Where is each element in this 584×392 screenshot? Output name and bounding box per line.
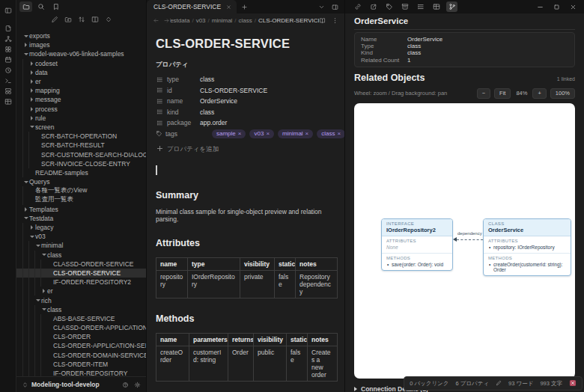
help-icon[interactable] xyxy=(122,382,129,388)
property-value[interactable]: OrderService xyxy=(200,97,237,105)
history-icon[interactable] xyxy=(4,66,12,75)
zoom-reset-button[interactable]: 100% xyxy=(550,88,575,99)
zoom-in-button[interactable]: + xyxy=(532,88,546,99)
tree-item-er[interactable]: er xyxy=(16,287,146,295)
table-icon[interactable] xyxy=(4,97,12,106)
tree-item-screen[interactable]: screen xyxy=(16,123,146,132)
tag-pill[interactable]: sample× xyxy=(212,129,246,138)
tree-item-SCR-INVOICE-CLOSE-ENTRY[interactable]: SCR-INVOICE-CLOSE-ENTRY xyxy=(16,159,146,168)
inspector-tab-list[interactable] xyxy=(415,1,426,12)
tree-item-rich[interactable]: rich xyxy=(16,295,146,304)
chevron-down-icon[interactable] xyxy=(318,4,325,10)
breadcrumb-segment[interactable]: CLS-ORDER-SERVICE xyxy=(258,17,319,24)
tree-item-CLS-ORDER[interactable]: CLS-ORDER xyxy=(16,332,146,341)
zoom-out-button[interactable]: − xyxy=(477,88,490,99)
close-icon[interactable] xyxy=(226,4,231,10)
tree-item-SCR-CUSTOMER-SEARCH-DIALOG[interactable]: SCR-CUSTOMER-SEARCH-DIALOG xyxy=(16,150,146,159)
graph-icon[interactable] xyxy=(4,34,12,43)
properties-heading[interactable]: プロパティ xyxy=(156,61,344,70)
inspector-tab-link[interactable] xyxy=(352,1,363,12)
tree-item-message[interactable]: message xyxy=(16,95,146,104)
property-value[interactable]: app.order xyxy=(200,119,227,126)
panel-left-icon[interactable] xyxy=(4,6,12,15)
tree-item-class[interactable]: class xyxy=(16,251,146,260)
tree-item-各種一覧表のView[interactable]: 各種一覧表のView xyxy=(16,186,146,195)
tree-item-Templates[interactable]: Templates xyxy=(16,205,146,214)
breadcrumb-segment[interactable]: Testdata xyxy=(170,17,189,24)
chevron-right-icon[interactable] xyxy=(28,107,35,111)
tree-item-v03[interactable]: v03 xyxy=(16,232,146,241)
collapse-icon[interactable] xyxy=(105,16,112,23)
tree-item-CLS-ORDER-DOMAIN-SERVICE[interactable]: CLS-ORDER-DOMAIN-SERVICE xyxy=(16,351,146,360)
terminal-icon[interactable] xyxy=(4,76,12,85)
breadcrumb-segment[interactable]: minimal xyxy=(212,17,233,24)
inspector-tab-tag[interactable] xyxy=(383,1,395,12)
inspector-tab-git-branch[interactable] xyxy=(446,1,457,12)
tree-item-CLS-ORDER-ITEM[interactable]: CLS-ORDER-ITEM xyxy=(16,360,146,369)
tree-item-README-samples[interactable]: README-samples xyxy=(16,168,146,177)
chevron-right-icon[interactable] xyxy=(28,225,35,230)
property-value[interactable]: CLS-ORDER-SERVICE xyxy=(200,87,267,94)
workspaces-icon[interactable] xyxy=(4,87,12,96)
tree-item-model-weave-v06-linked-samples[interactable]: model-weave-v06-linked-samples xyxy=(16,49,146,58)
tree-item-legacy[interactable]: legacy xyxy=(16,223,146,232)
property-key[interactable]: package xyxy=(167,119,194,126)
chevron-right-icon[interactable] xyxy=(28,97,35,102)
chevron-right-icon[interactable] xyxy=(40,289,47,293)
sidebar-tab-folder[interactable] xyxy=(19,1,32,12)
tree-item-Querys[interactable]: Querys xyxy=(16,177,146,186)
tree-item-er[interactable]: er xyxy=(16,77,146,86)
property-key[interactable]: type xyxy=(167,76,194,83)
chevron-down-icon[interactable] xyxy=(22,53,29,55)
document-icon[interactable] xyxy=(4,24,12,33)
sort-icon[interactable] xyxy=(78,16,85,23)
chevron-down-icon[interactable] xyxy=(34,245,41,247)
canvas-icon[interactable] xyxy=(4,45,12,54)
tree-item-IF-ORDER-REPOSITORY[interactable]: IF-ORDER-REPOSITORY xyxy=(16,369,146,376)
breadcrumb-segment[interactable]: v03 xyxy=(196,17,206,24)
gear-icon[interactable] xyxy=(134,382,141,388)
arrow-left-icon[interactable] xyxy=(153,17,159,24)
fit-button[interactable]: Fit xyxy=(494,88,511,99)
inspector-tab-table[interactable] xyxy=(431,1,442,12)
pencil-icon[interactable] xyxy=(496,380,502,386)
tree-item-SCR-BATCH-OPERATION[interactable]: SCR-BATCH-OPERATION xyxy=(16,132,146,141)
tree-item-codeset[interactable]: codeset xyxy=(16,59,146,68)
chevron-right-icon[interactable] xyxy=(28,61,35,66)
close-icon[interactable] xyxy=(570,4,577,10)
vault-icon[interactable] xyxy=(22,382,28,388)
diagram-node-iorderrepository2[interactable]: INTERFACE IOrderRepository2 ATTRIBUTES N… xyxy=(381,218,453,271)
chevron-down-icon[interactable] xyxy=(34,299,41,301)
property-key[interactable]: id xyxy=(167,87,194,94)
tree-item-rule[interactable]: rule xyxy=(16,114,146,123)
arrow-right-icon[interactable] xyxy=(163,17,170,24)
tree-item-exports[interactable]: exports xyxy=(16,31,146,40)
tag-pill[interactable]: class× xyxy=(317,129,344,138)
sync-error-icon[interactable] xyxy=(569,379,577,387)
folder-plus-icon[interactable] xyxy=(64,16,72,23)
tree-item-IF-ORDER-REPOSITORY2[interactable]: IF-ORDER-REPOSITORY2 xyxy=(16,278,146,287)
remove-tag-icon[interactable]: × xyxy=(305,130,309,137)
breadcrumb-segment[interactable]: class xyxy=(239,17,252,24)
vault-name[interactable]: Modeling-tool-develop xyxy=(31,381,119,388)
layout-icon[interactable] xyxy=(91,16,99,23)
chevron-down-icon[interactable] xyxy=(22,35,29,37)
plus-icon[interactable] xyxy=(241,4,248,10)
tree-item-CLASSD-ORDER-SERVICE[interactable]: CLASSD-ORDER-SERVICE xyxy=(16,260,146,269)
tree-item-監査用一覧表[interactable]: 監査用一覧表 xyxy=(16,195,146,204)
chevron-right-icon[interactable] xyxy=(28,70,35,75)
chevron-right-icon[interactable] xyxy=(28,88,35,93)
chevron-down-icon[interactable] xyxy=(28,126,35,128)
property-key[interactable]: kind xyxy=(167,108,194,116)
dots-vertical-icon[interactable] xyxy=(332,17,338,24)
tree-item-Testdata[interactable]: Testdata xyxy=(16,214,146,223)
chevron-down-icon[interactable] xyxy=(28,236,35,238)
chevron-down-icon[interactable] xyxy=(40,308,47,310)
property-value[interactable]: class xyxy=(200,108,214,116)
tree-item-SCR-BATCH-RESULT[interactable]: SCR-BATCH-RESULT xyxy=(16,141,146,150)
maximize-icon[interactable] xyxy=(553,4,560,10)
remove-tag-icon[interactable]: × xyxy=(238,130,242,137)
inspector-tab-archive[interactable] xyxy=(399,1,410,12)
tree-item-class[interactable]: class xyxy=(16,305,146,314)
remove-tag-icon[interactable]: × xyxy=(266,130,270,137)
